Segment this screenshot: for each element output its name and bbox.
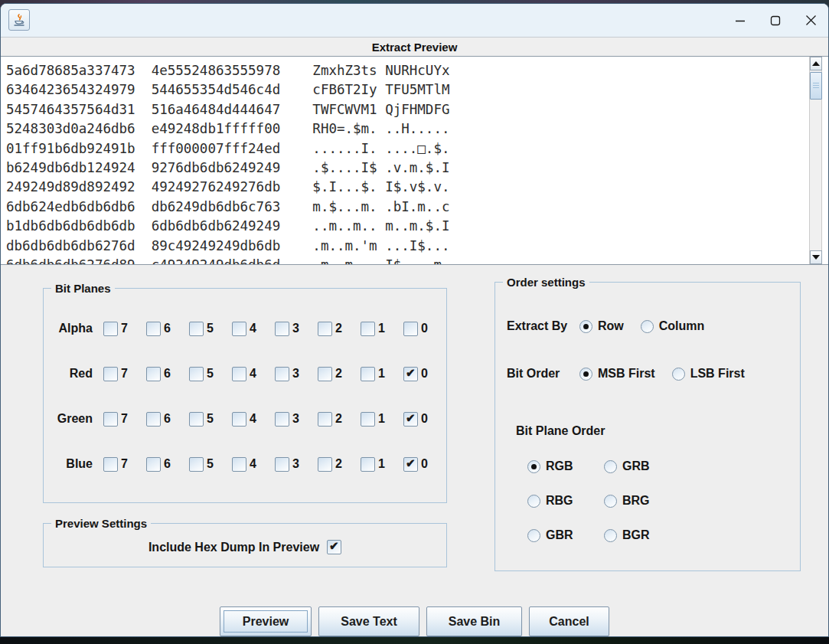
preview-settings-group-title: Preview Settings xyxy=(51,517,151,530)
bitplane-checkbox-red-2[interactable]: 2 xyxy=(318,367,361,381)
checkbox-label: 4 xyxy=(250,367,256,381)
bitplane-checkbox-green-0[interactable]: 0 xyxy=(403,412,446,427)
extract-preview-textarea[interactable]: 5a6d78685a337473 4e55524863555978 ZmxhZ3… xyxy=(1,57,828,265)
checkbox-label: 7 xyxy=(121,322,128,335)
radio-bit-order-lsb-first[interactable]: LSB First xyxy=(672,367,745,381)
checkbox-label: 0 xyxy=(421,322,428,335)
cancel-button[interactable]: Cancel xyxy=(529,606,609,636)
bitplane-checkbox-red-7[interactable]: 7 xyxy=(103,367,146,381)
checkbox-label: 6 xyxy=(164,322,171,335)
radio-label: MSB First xyxy=(598,367,655,381)
checkbox-label: 3 xyxy=(292,367,299,381)
radio-plane-order-grb[interactable]: GRB xyxy=(604,459,650,473)
bitplane-checkbox-red-1[interactable]: 1 xyxy=(361,367,403,381)
hex-dump-line: 249249d89d892492 49249276249276db $.I...… xyxy=(6,178,805,197)
bitplane-checkbox-green-3[interactable]: 3 xyxy=(275,412,318,427)
page-title: Extract Preview xyxy=(372,41,458,54)
bitplane-checkbox-blue-1[interactable]: 1 xyxy=(361,457,403,472)
preview-button-label: Preview xyxy=(243,615,289,629)
radio-plane-order-rgb[interactable]: RGB xyxy=(527,459,573,473)
radio-plane-order-gbr[interactable]: GBR xyxy=(527,528,573,542)
checkbox-box xyxy=(103,322,118,336)
java-icon xyxy=(11,12,27,28)
radio-plane-order-brg[interactable]: BRG xyxy=(604,494,650,508)
bitplane-checkbox-blue-2[interactable]: 2 xyxy=(318,457,361,472)
checkbox-box xyxy=(403,367,418,381)
bitplane-checkbox-blue-6[interactable]: 6 xyxy=(146,457,189,472)
checkbox-label: 4 xyxy=(250,412,256,426)
checkbox-box xyxy=(361,457,375,472)
bitplane-checkbox-red-3[interactable]: 3 xyxy=(275,367,318,381)
maximize-button[interactable] xyxy=(758,4,793,37)
radio-label: GRB xyxy=(622,459,650,473)
scroll-up-icon xyxy=(812,61,820,66)
radio-label: BGR xyxy=(622,528,650,542)
bitplane-checkbox-red-5[interactable]: 5 xyxy=(189,367,232,381)
radio-plane-order-bgr[interactable]: BGR xyxy=(604,528,650,542)
bitplane-checkbox-blue-7[interactable]: 7 xyxy=(103,457,146,472)
checkbox-box xyxy=(232,457,246,472)
minimize-button[interactable] xyxy=(723,4,758,37)
checkbox-label: 5 xyxy=(207,367,214,381)
radio-label: Column xyxy=(659,319,705,333)
bitplane-checkbox-blue-3[interactable]: 3 xyxy=(275,457,318,472)
bitplane-checkbox-green-2[interactable]: 2 xyxy=(318,412,361,427)
checkbox-box xyxy=(361,367,375,381)
bitplane-checkbox-alpha-3[interactable]: 3 xyxy=(275,322,318,336)
order-settings-group: Order settings Extract By Row Column Bit… xyxy=(494,282,801,571)
bitplane-checkbox-blue-4[interactable]: 4 xyxy=(232,457,275,472)
bitplane-checkbox-alpha-2[interactable]: 2 xyxy=(318,322,361,336)
vertical-scrollbar[interactable] xyxy=(809,57,822,264)
bitplane-checkbox-red-6[interactable]: 6 xyxy=(146,367,189,381)
radio-extract-by-column[interactable]: Column xyxy=(641,319,705,333)
checkbox-box xyxy=(146,412,161,427)
header-bar: Extract Preview xyxy=(1,37,828,57)
bitplane-checkbox-alpha-1[interactable]: 1 xyxy=(361,322,403,336)
radio-plane-order-rbg[interactable]: RBG xyxy=(527,494,573,508)
bitplane-checkbox-green-1[interactable]: 1 xyxy=(361,412,403,427)
bitplane-checkbox-alpha-6[interactable]: 6 xyxy=(146,322,189,336)
hex-dump-text: 5a6d78685a337473 4e55524863555978 ZmxhZ3… xyxy=(6,61,805,264)
save-bin-button[interactable]: Save Bin xyxy=(426,606,522,636)
app-menu-button[interactable] xyxy=(8,9,30,31)
scroll-up-button[interactable] xyxy=(810,57,822,70)
bitplane-checkbox-blue-0[interactable]: 0 xyxy=(403,457,446,472)
bitplane-checkbox-red-0[interactable]: 0 xyxy=(403,367,446,381)
bitplane-checkbox-red-4[interactable]: 4 xyxy=(232,367,275,381)
scroll-down-button[interactable] xyxy=(810,250,822,264)
radio-extract-by-row[interactable]: Row xyxy=(579,319,624,333)
bitplane-checkbox-alpha-7[interactable]: 7 xyxy=(103,322,146,336)
checkbox-label: 1 xyxy=(378,412,385,426)
bitplane-checkbox-green-4[interactable]: 4 xyxy=(232,412,275,427)
hex-dump-line: 5a6d78685a337473 4e55524863555978 ZmxhZ3… xyxy=(6,61,805,80)
checkbox-box xyxy=(403,322,418,336)
checkbox-label: 3 xyxy=(292,322,299,335)
radio-icon xyxy=(604,529,617,542)
bitplane-checkbox-alpha-4[interactable]: 4 xyxy=(232,322,275,336)
close-button[interactable] xyxy=(793,4,828,37)
bitplane-checkbox-green-5[interactable]: 5 xyxy=(189,412,232,427)
save-bin-button-label: Save Bin xyxy=(449,615,501,629)
checkbox-box xyxy=(361,412,375,427)
channel-label-blue: Blue xyxy=(44,457,93,471)
checkbox-label: 7 xyxy=(121,457,128,471)
preview-button[interactable]: Preview xyxy=(220,606,312,636)
checkbox-label: 5 xyxy=(207,322,214,335)
scrollbar-thumb[interactable] xyxy=(810,72,822,100)
bitplane-checkbox-green-6[interactable]: 6 xyxy=(146,412,189,427)
titlebar[interactable] xyxy=(1,4,828,37)
checkbox-box xyxy=(146,457,161,472)
bitplane-checkbox-green-7[interactable]: 7 xyxy=(103,412,146,427)
checkbox-label: 0 xyxy=(421,367,428,381)
checkbox-label: 4 xyxy=(250,457,256,471)
bitplane-checkbox-alpha-5[interactable]: 5 xyxy=(189,322,232,336)
close-icon xyxy=(805,15,817,26)
bitplane-row-red: Red 7 6 5 4 3 2 1 0 xyxy=(44,366,446,381)
bitplane-checkbox-blue-5[interactable]: 5 xyxy=(189,457,232,472)
save-text-button[interactable]: Save Text xyxy=(318,606,419,636)
bitplane-checkbox-alpha-0[interactable]: 0 xyxy=(403,322,446,336)
include-hex-dump-checkbox[interactable]: Include Hex Dump In Preview xyxy=(44,540,446,554)
radio-bit-order-msb-first[interactable]: MSB First xyxy=(579,367,655,381)
preview-settings-group: Preview Settings Include Hex Dump In Pre… xyxy=(43,523,447,567)
order-settings-group-title: Order settings xyxy=(503,276,589,289)
